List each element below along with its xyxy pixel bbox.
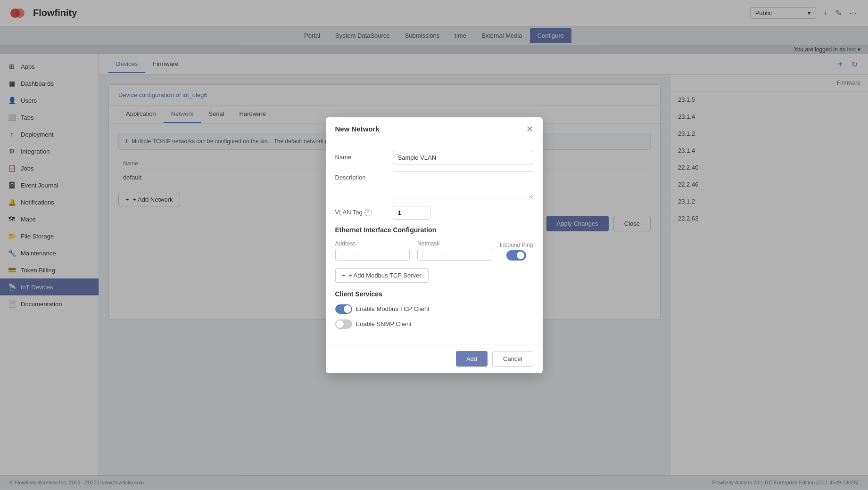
- description-label: Description: [335, 171, 387, 181]
- modal-footer: Add Cancel: [326, 344, 543, 373]
- name-label: Name: [335, 151, 387, 161]
- vlan-tag-form-row: VLAN Tag ?: [335, 206, 533, 220]
- enable-snmp-row: Enable SNMP Client: [335, 319, 533, 329]
- vlan-tag-input[interactable]: [393, 206, 430, 220]
- vlan-help-icon[interactable]: ?: [364, 209, 372, 216]
- modbus-plus-icon: +: [342, 272, 346, 279]
- enable-modbus-label: Enable Modbus TCP Client: [356, 305, 430, 312]
- name-form-row: Name: [335, 151, 533, 164]
- modal-overlay: New Network ✕ Name Description VLAN Tag …: [0, 0, 868, 490]
- ethernet-config-section: Ethernet Interface Configuration Address…: [335, 226, 533, 261]
- client-services-title: Client Services: [335, 290, 533, 298]
- ethernet-section-title: Ethernet Interface Configuration: [335, 226, 533, 234]
- description-input[interactable]: [393, 171, 533, 199]
- name-input[interactable]: [393, 151, 533, 164]
- vlan-tag-label: VLAN Tag ?: [335, 206, 387, 216]
- netmask-field: Netmask · · · · · · ·: [417, 240, 492, 261]
- netmask-input[interactable]: · · · · · · ·: [417, 249, 492, 261]
- address-input[interactable]: · · · · · · ·: [335, 249, 410, 261]
- enable-modbus-toggle[interactable]: [335, 304, 352, 314]
- enable-snmp-label: Enable SNMP Client: [356, 320, 412, 327]
- netmask-label: Netmask: [417, 240, 492, 247]
- inbound-ping-label: Inbound Ping: [500, 242, 533, 248]
- modal-close-button[interactable]: ✕: [526, 124, 533, 134]
- enable-snmp-toggle[interactable]: [335, 319, 352, 329]
- inbound-ping-toggle[interactable]: [506, 250, 526, 261]
- client-services-section: Client Services Enable Modbus TCP Client: [335, 290, 533, 329]
- modal-title: New Network: [335, 125, 380, 133]
- add-modbus-tcp-server-button[interactable]: + + Add Modbus TCP Server: [335, 268, 429, 283]
- modal-add-button[interactable]: Add: [456, 351, 488, 367]
- enable-modbus-row: Enable Modbus TCP Client: [335, 304, 533, 314]
- modal-body: Name Description VLAN Tag ?: [326, 141, 543, 344]
- address-field: Address · · · · · · ·: [335, 240, 410, 261]
- modal-cancel-button[interactable]: Cancel: [492, 351, 533, 367]
- new-network-modal: New Network ✕ Name Description VLAN Tag …: [326, 117, 543, 373]
- description-form-row: Description: [335, 171, 533, 199]
- address-label: Address: [335, 240, 410, 247]
- inbound-ping-field: Inbound Ping: [500, 242, 533, 261]
- modal-header: New Network ✕: [326, 117, 543, 141]
- ethernet-fields: Address · · · · · · · Netmask: [335, 240, 533, 261]
